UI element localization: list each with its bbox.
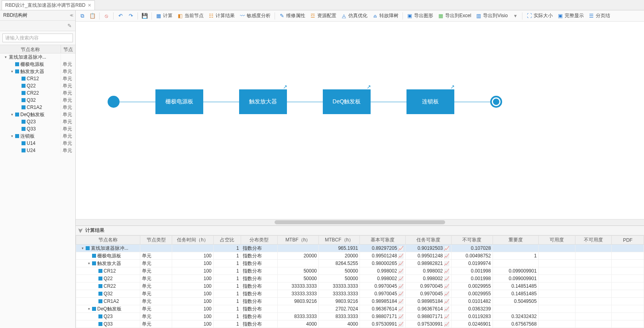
tree-row[interactable]: CR12单元 (0, 75, 75, 82)
column-header[interactable]: MTBCF（h） (319, 236, 360, 245)
scrollbar-thumb[interactable] (275, 220, 445, 224)
tree-row[interactable]: ▾DeQ触发板单元 (0, 111, 75, 118)
rbd-block[interactable]: 栅极电源板 (155, 89, 203, 114)
close-icon[interactable]: ✕ (88, 3, 91, 8)
chart-icon[interactable]: 📈 (398, 322, 404, 326)
sensitivity-button[interactable]: 〰敏感度分析 (238, 12, 273, 20)
tree[interactable]: ▾直线加速器脉冲...栅极电源板单元▾触发放大器单元CR12单元Q22单元CR2… (0, 53, 75, 328)
column-header[interactable]: 可用度 (538, 236, 575, 245)
collapse-icon[interactable]: ▾ (87, 261, 91, 265)
column-header[interactable]: 不可靠度 (452, 236, 493, 245)
start-node[interactable] (108, 96, 120, 108)
chart-icon[interactable]: 📈 (398, 276, 404, 281)
column-header[interactable]: 基本可靠度 (360, 236, 406, 245)
column-header[interactable]: 任务时间（h） (172, 236, 213, 245)
paste-button[interactable]: 📋 (88, 12, 97, 20)
tree-row[interactable]: U14单元 (0, 140, 75, 147)
expand-badge-icon[interactable]: ↗ (367, 84, 372, 89)
chart-icon[interactable]: 📈 (398, 314, 404, 319)
chart-icon[interactable]: 📈 (444, 284, 450, 288)
column-header[interactable]: 重要度 (493, 236, 538, 245)
rbd-block[interactable]: DeQ触发板 (323, 89, 371, 114)
table-row[interactable]: CR1A2单元1001指数分布9803.92169803.92160.98985… (76, 298, 644, 305)
current-node-button[interactable]: ◧当前节点 (175, 12, 206, 20)
collapse-icon[interactable]: ▾ (10, 113, 14, 117)
maint-attr-button[interactable]: ✎维修属性 (277, 12, 307, 20)
expand-icon[interactable]: ⮟ (78, 228, 83, 233)
chart-icon[interactable]: 📈 (444, 261, 450, 266)
save-button[interactable]: 💾 (140, 12, 149, 20)
collapse-icon[interactable]: ▾ (10, 134, 14, 138)
collapse-icon[interactable]: ▾ (80, 246, 84, 250)
export-excel-button[interactable]: ▦导出到Excel (436, 12, 473, 20)
collapse-icon[interactable]: << (70, 13, 72, 18)
table-row[interactable]: ▾DeQ触发板单元1001指数分布2702.70240.96367614📈0.9… (76, 305, 644, 313)
chart-icon[interactable]: 📈 (398, 269, 404, 273)
column-header[interactable]: MTBF（h） (277, 236, 318, 245)
chart-icon[interactable]: 📈 (398, 284, 404, 288)
table-row[interactable]: Q23单元1001指数分布8333.33338333.33330.9880717… (76, 313, 644, 320)
column-header[interactable]: 分布类型 (241, 236, 277, 245)
chart-icon[interactable]: 📈 (398, 261, 404, 266)
table-row[interactable]: Q33单元1001指数分布400040000.97530991📈0.975309… (76, 320, 644, 328)
results-grid[interactable]: 节点名称节点类型任务时间（h）占空比分布类型MTBF（h）MTBCF（h）基本可… (76, 235, 644, 328)
chart-icon[interactable]: 📈 (398, 306, 404, 311)
chart-icon[interactable]: 📈 (398, 253, 404, 258)
tree-row[interactable]: 栅极电源板单元 (0, 61, 75, 68)
tree-row[interactable]: ▾直线加速器脉冲... (0, 53, 75, 61)
resource-cfg-button[interactable]: ☲资源配置 (308, 12, 338, 20)
chart-icon[interactable]: 📈 (398, 291, 404, 296)
end-node[interactable] (490, 96, 502, 108)
copy-button[interactable]: ⧉ (77, 12, 87, 20)
sim-opt-button[interactable]: ◬仿真优化 (339, 12, 369, 20)
calc-button[interactable]: ▦计算 (154, 12, 175, 20)
collapse-icon[interactable]: ▾ (4, 55, 8, 59)
column-header[interactable]: 节点名称 (76, 236, 140, 245)
document-tab[interactable]: RBD设计_直线加速器脉冲调节器RBD ✕ (2, 0, 95, 10)
chart-icon[interactable]: 📈 (444, 299, 450, 304)
chart-icon[interactable]: 📈 (444, 306, 450, 311)
table-row[interactable]: ▾直线加速器脉冲...1指数分布965.19310.89297205📈0.901… (76, 245, 644, 252)
rbd-block[interactable]: 触发放大器 (239, 89, 287, 114)
chart-icon[interactable]: 📈 (444, 314, 450, 319)
chart-icon[interactable]: 📈 (444, 246, 450, 251)
chart-icon[interactable]: 📈 (398, 246, 404, 251)
expand-badge-icon[interactable]: ↗ (450, 84, 456, 89)
dropdown-button[interactable]: ▾ (510, 12, 520, 20)
search-input[interactable] (2, 34, 73, 42)
column-header[interactable]: 任务可靠度 (406, 236, 452, 245)
chart-icon[interactable]: 📈 (444, 291, 450, 296)
calc-result-button[interactable]: ☷计算结果 (206, 12, 237, 20)
horizontal-scrollbar[interactable] (76, 219, 644, 225)
column-header[interactable]: 占空比 (213, 236, 241, 245)
column-header[interactable]: 节点类型 (140, 236, 172, 245)
tree-row[interactable]: CR1A2单元 (0, 104, 75, 111)
table-row[interactable]: CR22单元1001指数分布33333.333333333.33330.9970… (76, 283, 644, 290)
chart-icon[interactable]: 📈 (444, 253, 450, 258)
table-row[interactable]: 栅极电源板单元1001指数分布20000200000.99501248📈0.99… (76, 252, 644, 260)
chart-icon[interactable]: 📈 (398, 299, 404, 304)
edit-icon[interactable]: ✎ (67, 23, 72, 29)
redo-button[interactable]: ↷ (126, 12, 135, 20)
tree-row[interactable]: Q33单元 (0, 125, 75, 132)
chart-icon[interactable]: 📈 (444, 269, 450, 273)
export-image-button[interactable]: ▣导出图形 (405, 12, 435, 20)
chart-icon[interactable]: 📈 (444, 322, 450, 326)
tree-row[interactable]: Q32单元 (0, 97, 75, 104)
tree-row[interactable]: ▾连锁板单元 (0, 132, 75, 140)
tree-row[interactable]: ▾触发放大器单元 (0, 68, 75, 75)
tree-row[interactable]: Q22单元 (0, 82, 75, 89)
collapse-icon[interactable]: ▾ (87, 307, 91, 311)
undo-button[interactable]: ↶ (116, 12, 125, 20)
tree-row[interactable]: CR22单元 (0, 89, 75, 97)
actual-size-button[interactable]: ⛶实际大小 (524, 12, 555, 20)
expand-badge-icon[interactable]: ↗ (283, 84, 289, 89)
table-row[interactable]: Q32单元1001指数分布33333.333333333.33330.99700… (76, 290, 644, 298)
rbd-block[interactable]: 连锁板 (406, 89, 454, 114)
fit-screen-button[interactable]: ▣完整显示 (556, 12, 586, 20)
diagram-canvas[interactable]: 栅极电源板触发放大器↗DeQ触发板↗连锁板↗ (76, 22, 644, 219)
table-row[interactable]: CR12单元1001指数分布50000500000.998002📈0.99800… (76, 267, 644, 275)
table-row[interactable]: Q22单元1001指数分布50000500000.998002📈0.998002… (76, 275, 644, 283)
column-header[interactable]: 不可用度 (575, 236, 612, 245)
chart-icon[interactable]: 📈 (444, 276, 450, 281)
